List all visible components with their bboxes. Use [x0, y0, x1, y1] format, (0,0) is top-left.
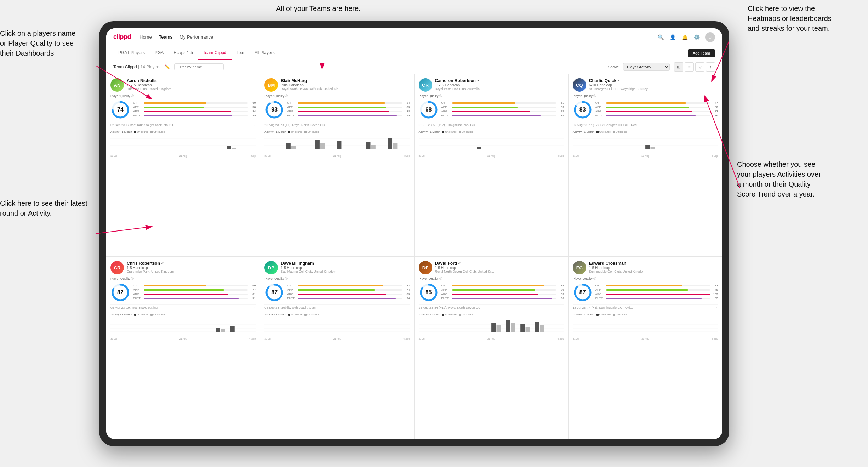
- recent-round[interactable]: 07 Aug 23 77 (+7), St George's Hill GC -…: [573, 122, 718, 128]
- recent-round[interactable]: 26 Aug 23 84 (+12), Royal North Devon GC…: [419, 304, 564, 311]
- quality-score: 87: [579, 289, 586, 296]
- show-select[interactable]: Player Activity Quality Score Trend: [623, 63, 670, 71]
- quality-gauge[interactable]: 87: [264, 283, 284, 302]
- ipad-frame: clippd Home Teams My Performance 🔍 👤 🔔 ⚙…: [99, 21, 729, 446]
- activity-section: Activity · 1 Month On course Off course: [264, 130, 410, 153]
- annotation-top-right: Click here to view the Heatmaps or leade…: [748, 4, 861, 33]
- player-info: Charlie Quick ✓ 6-10 Handicap St. George…: [589, 78, 718, 91]
- stats-bars: OTT60 APP58 ARG84 PUTT85: [133, 101, 256, 118]
- settings-icon[interactable]: ⚙️: [693, 34, 700, 41]
- tab-pgat-players[interactable]: PGAT Players: [113, 46, 150, 60]
- player-card-chris-robertson: CR Chris Robertson ✓ 1-5 Handicap Craigm…: [106, 257, 260, 439]
- filter-view-button[interactable]: ▽: [695, 62, 704, 72]
- grid-view-button[interactable]: ⊞: [674, 62, 683, 72]
- player-name[interactable]: Aaron Nicholls: [127, 78, 256, 83]
- nav-link-home[interactable]: Home: [139, 33, 152, 41]
- quality-gauge[interactable]: 93: [264, 100, 284, 120]
- bell-icon[interactable]: 🔔: [681, 34, 688, 41]
- stats-bars: OTT82 APP74 ARG85 PUTT94: [287, 284, 410, 301]
- stats-bars: OTT77 APP80 ARG83 PUTT86: [595, 101, 718, 118]
- quality-section[interactable]: 68 OTT61 APP63 ARG75 PUTT85: [419, 100, 564, 120]
- search-icon[interactable]: 🔍: [657, 34, 664, 41]
- quality-section[interactable]: 82 OTT60 APP77 ARG81 PUTT91: [110, 283, 256, 302]
- quality-label: Player Quality ⓘ: [110, 277, 256, 280]
- quality-label: Player Quality ⓘ: [264, 277, 410, 280]
- quality-label: Player Quality ⓘ: [264, 94, 410, 98]
- nav-link-teams[interactable]: Teams: [159, 33, 172, 41]
- ipad-screen: clippd Home Teams My Performance 🔍 👤 🔔 ⚙…: [106, 28, 722, 439]
- player-card-charlie-quick: CQ Charlie Quick ✓ 6-10 Handicap St. Geo…: [569, 74, 722, 256]
- list-view-button[interactable]: ≡: [685, 62, 694, 72]
- team-bar: Team Clippd | 14 Players ✏️ Show: Player…: [106, 60, 722, 74]
- edit-icon[interactable]: ✏️: [165, 64, 170, 69]
- activity-section: Activity · 1 Month On course Off course: [110, 130, 256, 153]
- player-header: CR Chris Robertson ✓ 1-5 Handicap Craigm…: [110, 261, 256, 274]
- activity-section: Activity · 1 Month On course Off course: [419, 313, 564, 335]
- svg-rect-6: [227, 146, 231, 149]
- quality-section[interactable]: 83 OTT77 APP80 ARG83 PUTT86: [573, 100, 718, 120]
- player-name[interactable]: Dave Billingham: [281, 261, 410, 266]
- tab-tour[interactable]: Tour: [232, 46, 250, 60]
- quality-gauge[interactable]: 87: [573, 283, 593, 302]
- svg-rect-44: [216, 328, 220, 332]
- svg-rect-36: [645, 145, 650, 149]
- recent-round[interactable]: 18 Jul 23 74 (+4), Sunningdale GC - Old.…: [573, 304, 718, 311]
- person-icon[interactable]: 👤: [669, 34, 676, 41]
- player-info: Chris Robertson ✓ 1-5 Handicap Craigmill…: [127, 261, 256, 273]
- activity-section: Activity · 1 Month On course Off course: [573, 130, 718, 153]
- add-team-button[interactable]: Add Team: [688, 49, 715, 57]
- recent-round[interactable]: 05 Mar 23 19, Must make putting →: [110, 304, 256, 311]
- player-name[interactable]: Charlie Quick ✓: [589, 78, 718, 83]
- player-name[interactable]: Chris Robertson ✓: [127, 261, 256, 266]
- quality-gauge[interactable]: 82: [110, 283, 130, 302]
- player-club: Sunningdale Golf Club, United Kingdom: [589, 270, 718, 273]
- tab-team-clippd[interactable]: Team Clippd: [198, 46, 232, 60]
- stats-bars: OTT60 APP77 ARG81 PUTT91: [133, 284, 256, 301]
- player-handicap: 1-5 Handicap: [127, 266, 256, 270]
- player-handicap: 1-5 Handicap: [589, 266, 718, 270]
- player-info: David Ford ✓ 1-5 Handicap Royal North De…: [435, 261, 564, 273]
- player-name[interactable]: Edward Crossman: [589, 261, 718, 266]
- player-name[interactable]: Blair McHarg: [281, 78, 410, 83]
- svg-rect-63: [520, 324, 525, 332]
- player-info: Dave Billingham 1-5 Handicap Sag Maging …: [281, 261, 410, 273]
- nav-link-myperformance[interactable]: My Performance: [179, 33, 213, 41]
- player-name[interactable]: David Ford ✓: [435, 261, 564, 266]
- svg-rect-21: [388, 138, 392, 149]
- tab-all-players[interactable]: All Players: [250, 46, 280, 60]
- recent-round[interactable]: 04 Sep 23 Mobility with coach, Gym →: [264, 304, 410, 311]
- quality-section[interactable]: 74 OTT60 APP58 ARG84 PUTT85: [110, 100, 256, 120]
- player-avatar: EC: [573, 261, 586, 274]
- subnav: PGAT Players PGA Hcaps 1-5 Team Clippd T…: [106, 46, 722, 60]
- quality-score: 74: [117, 107, 124, 113]
- annotation-top-center: All of your Teams are here.: [276, 4, 361, 13]
- quality-gauge[interactable]: 74: [110, 100, 130, 120]
- quality-section[interactable]: 85 OTT89 APP80 ARG83 PUTT96: [419, 283, 564, 302]
- tab-hcaps[interactable]: Hcaps 1-5: [169, 46, 198, 60]
- user-avatar[interactable]: U: [705, 32, 715, 42]
- player-header: BM Blair McHarg Plus Handicap Royal Nort…: [264, 78, 410, 92]
- player-avatar: AN: [110, 78, 124, 92]
- tab-pga[interactable]: PGA: [150, 46, 169, 60]
- quality-section[interactable]: 93 OTT84 APP85 ARG88 PUTT95: [264, 100, 410, 120]
- svg-rect-64: [525, 327, 530, 332]
- player-name[interactable]: Cameron Robertson ✓: [435, 78, 564, 83]
- svg-rect-60: [496, 325, 501, 332]
- filter-input[interactable]: [174, 63, 224, 70]
- annotation-right-bottom: Choose whether you see your players Acti…: [737, 159, 864, 199]
- quality-gauge[interactable]: 85: [419, 283, 439, 302]
- quality-gauge[interactable]: 68: [419, 100, 439, 120]
- sort-view-button[interactable]: ↕: [706, 62, 715, 72]
- svg-rect-66: [540, 325, 544, 332]
- activity-section: Activity · 1 Month On course Off course: [110, 313, 256, 335]
- svg-rect-16: [315, 140, 320, 149]
- quality-gauge[interactable]: 83: [573, 100, 593, 120]
- quality-score: 83: [579, 107, 586, 113]
- recent-round[interactable]: 02 Sep 23 Sunset round to get back into …: [110, 122, 256, 128]
- quality-section[interactable]: 87 OTT73 APP79 ARG103 PUTT92: [573, 283, 718, 302]
- player-header: CR Cameron Robertson ✓ 11-15 Handicap Ro…: [419, 78, 564, 92]
- player-info: Cameron Robertson ✓ 11-15 Handicap Royal…: [435, 78, 564, 91]
- recent-round[interactable]: 02 Jul 23 59 (+17), Craigmillar Park GC …: [419, 122, 564, 128]
- recent-round[interactable]: 26 Aug 23 73 (+1), Royal North Devon GC …: [264, 122, 410, 128]
- quality-section[interactable]: 87 OTT82 APP74 ARG85 PUTT94: [264, 283, 410, 302]
